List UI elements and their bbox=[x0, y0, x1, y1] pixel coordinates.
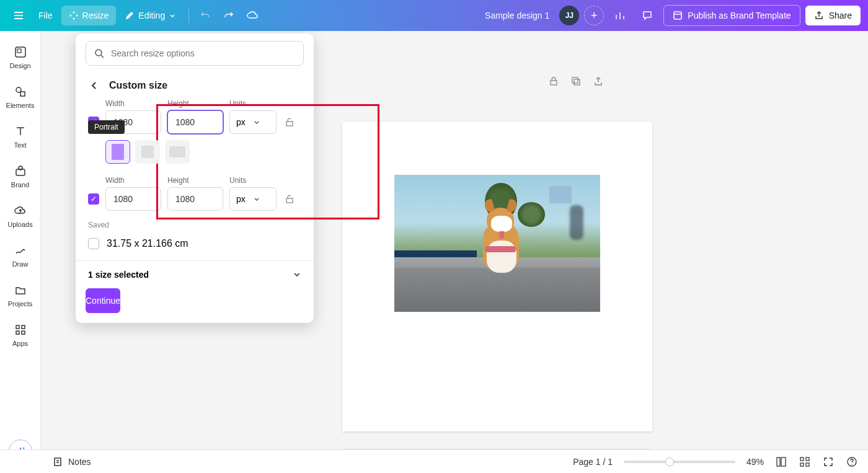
units-select-1[interactable]: px bbox=[229, 110, 277, 134]
size-row-2: ✓ px bbox=[76, 186, 314, 217]
sidebar-item-uploads[interactable]: Uploads bbox=[0, 197, 40, 237]
chart-icon bbox=[614, 10, 626, 21]
publish-label: Publish as Brand Template bbox=[688, 11, 790, 20]
sidebar-item-label: Draw bbox=[12, 260, 29, 268]
publish-button[interactable]: Publish as Brand Template bbox=[663, 5, 800, 26]
orientation-square-button[interactable] bbox=[135, 140, 160, 164]
resize-menu[interactable]: Resize bbox=[61, 6, 117, 25]
redo-button[interactable] bbox=[218, 4, 240, 27]
bottombar-right: Page 1 / 1 49% bbox=[573, 456, 858, 468]
photo-image[interactable] bbox=[394, 175, 600, 312]
help-icon bbox=[846, 456, 857, 467]
cloud-icon bbox=[246, 9, 259, 22]
saved-size-item[interactable]: 31.75 x 21.166 cm bbox=[76, 233, 314, 260]
undo-icon bbox=[200, 10, 211, 21]
height-label: Height bbox=[167, 99, 229, 108]
design-title[interactable]: Sample design 1 bbox=[485, 11, 549, 20]
uploads-icon bbox=[14, 204, 27, 218]
page-actions bbox=[548, 76, 605, 88]
menu-button[interactable] bbox=[7, 4, 30, 27]
sidebar-item-text[interactable]: Text bbox=[0, 118, 40, 157]
notes-button[interactable]: Notes bbox=[52, 456, 91, 467]
apps-icon bbox=[14, 323, 27, 337]
cloud-sync-button[interactable] bbox=[241, 4, 264, 27]
lock-aspect-button-1[interactable] bbox=[283, 115, 296, 129]
help-button[interactable] bbox=[846, 456, 858, 468]
svg-rect-0 bbox=[674, 12, 681, 19]
add-collaborator-button[interactable]: + bbox=[584, 6, 604, 25]
page-wrap bbox=[342, 122, 652, 431]
page-indicator: Page 1 / 1 bbox=[573, 457, 613, 467]
svg-rect-17 bbox=[286, 198, 293, 203]
file-menu[interactable]: File bbox=[31, 6, 60, 25]
units-value-2: px bbox=[236, 194, 246, 204]
svg-rect-21 bbox=[806, 458, 809, 461]
svg-rect-14 bbox=[574, 79, 580, 85]
size-row-2-checkbox[interactable]: ✓ bbox=[88, 193, 99, 205]
avatar[interactable]: JJ bbox=[559, 6, 579, 25]
sidebar-item-design[interactable]: Design bbox=[0, 38, 40, 78]
height-label-2: Height bbox=[167, 176, 229, 185]
back-button[interactable] bbox=[88, 79, 100, 92]
continue-button[interactable]: Continue bbox=[86, 288, 120, 313]
share-label: Share bbox=[829, 11, 852, 20]
svg-rect-7 bbox=[16, 325, 19, 329]
search-input[interactable] bbox=[111, 48, 296, 58]
lock-icon bbox=[548, 76, 559, 87]
sidebar-item-projects[interactable]: Projects bbox=[0, 276, 40, 316]
export-page-button[interactable] bbox=[593, 76, 605, 88]
chevron-down-icon bbox=[253, 118, 260, 126]
grid-view-button[interactable] bbox=[775, 456, 787, 468]
units-select-2[interactable]: px bbox=[229, 187, 277, 211]
saved-item-checkbox[interactable] bbox=[88, 238, 99, 249]
height-input-1[interactable] bbox=[167, 110, 223, 134]
svg-rect-2 bbox=[17, 49, 21, 53]
zoom-value: 49% bbox=[746, 457, 764, 467]
svg-rect-12 bbox=[551, 81, 557, 85]
undo-button[interactable] bbox=[194, 4, 216, 27]
sidebar-item-label: Elements bbox=[6, 102, 35, 109]
sidebar-item-apps[interactable]: Apps bbox=[0, 316, 40, 356]
redo-icon bbox=[223, 10, 234, 21]
editing-menu[interactable]: Editing bbox=[117, 6, 184, 25]
zoom-slider[interactable] bbox=[624, 461, 735, 463]
width-input-2[interactable] bbox=[105, 187, 161, 211]
sidebar-item-brand[interactable]: Brand bbox=[0, 157, 40, 197]
orientation-tooltip: Portrait bbox=[88, 120, 125, 134]
lock-aspect-button-2[interactable] bbox=[283, 192, 296, 206]
svg-rect-20 bbox=[800, 458, 804, 461]
canvas-page[interactable] bbox=[342, 122, 652, 431]
duplicate-page-button[interactable] bbox=[570, 76, 583, 88]
lock-page-button[interactable] bbox=[548, 76, 560, 88]
comments-button[interactable] bbox=[636, 4, 658, 27]
selected-count-text: 1 size selected bbox=[88, 270, 149, 280]
custom-size-title: Custom size bbox=[109, 80, 167, 91]
height-input-2[interactable] bbox=[167, 187, 223, 211]
share-button[interactable]: Share bbox=[805, 6, 861, 25]
sidebar-item-draw[interactable]: Draw bbox=[0, 237, 40, 276]
units-label-2: Units bbox=[229, 176, 277, 185]
draw-icon bbox=[14, 244, 27, 257]
selected-summary-toggle[interactable]: 1 size selected bbox=[76, 261, 314, 288]
left-sidebar: Design Elements Text Brand Uploads Draw … bbox=[0, 31, 41, 473]
thumbnail-view-button[interactable] bbox=[799, 456, 811, 468]
topbar-right: Sample design 1 JJ + Publish as Brand Te… bbox=[485, 4, 861, 27]
share-icon bbox=[814, 11, 824, 20]
sidebar-item-elements[interactable]: Elements bbox=[0, 78, 40, 118]
editing-label: Editing bbox=[138, 11, 165, 20]
search-resize-options[interactable] bbox=[86, 41, 304, 66]
width-label-2: Width bbox=[105, 176, 167, 185]
orientation-landscape-button[interactable] bbox=[165, 140, 190, 164]
topbar: File Resize Editing Sample design 1 JJ + bbox=[0, 0, 868, 31]
fullscreen-button[interactable] bbox=[822, 456, 835, 468]
orientation-portrait-button[interactable] bbox=[105, 140, 130, 164]
text-icon bbox=[14, 125, 27, 138]
units-value-1: px bbox=[236, 117, 246, 127]
svg-point-15 bbox=[95, 50, 102, 56]
svg-rect-16 bbox=[286, 122, 293, 126]
sidebar-item-label: Text bbox=[14, 141, 26, 149]
notes-icon bbox=[52, 456, 63, 467]
analytics-button[interactable] bbox=[609, 4, 631, 27]
custom-size-header: Custom size bbox=[76, 73, 314, 95]
svg-rect-18 bbox=[777, 458, 780, 466]
